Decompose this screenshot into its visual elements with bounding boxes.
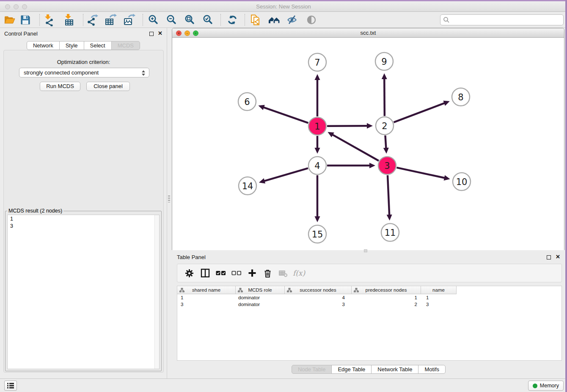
tab-style[interactable]: Style (59, 41, 84, 50)
toolbar-separator (39, 14, 40, 26)
panel-list-button[interactable] (4, 381, 17, 391)
node-8[interactable]: 8 (452, 88, 470, 106)
node-3[interactable]: 3 (378, 157, 396, 174)
node-table: shared name MCDS role successor nodes (177, 286, 562, 361)
edge-4-3[interactable] (327, 163, 375, 168)
add-icon[interactable] (244, 264, 260, 282)
delete-table-icon (275, 264, 291, 282)
edge-1-6[interactable] (258, 105, 308, 123)
column-header-successor-nodes[interactable]: successor nodes (285, 286, 352, 294)
criterion-dropdown[interactable]: strongly connected component (19, 68, 149, 77)
node-7[interactable]: 7 (308, 53, 326, 71)
refresh-icon[interactable] (225, 13, 239, 27)
copy-network-icon[interactable] (248, 13, 263, 27)
deselect-all-icon[interactable] (228, 264, 244, 282)
mcds-result-area[interactable]: 1 3 (7, 215, 160, 369)
float-panel-icon[interactable] (149, 32, 154, 36)
close-panel-icon[interactable]: ✕ (158, 30, 162, 36)
tab-network-table[interactable]: Network Table (371, 365, 418, 374)
zoom-in-icon[interactable] (146, 13, 160, 27)
node-14[interactable]: 14 (239, 177, 256, 195)
search-field[interactable] (440, 14, 564, 25)
export-network-icon[interactable] (85, 13, 99, 27)
import-table-icon[interactable] (62, 13, 77, 27)
edge-1-4[interactable] (315, 136, 320, 154)
tab-node-table[interactable]: Node Table (292, 365, 332, 374)
column-header-name[interactable]: name (421, 286, 457, 294)
table-panel-title: Table Panel (177, 254, 206, 260)
table-cell: dominator (236, 294, 285, 301)
tab-select[interactable]: Select (84, 41, 112, 50)
splitter-grip[interactable] (168, 196, 170, 202)
memory-button[interactable]: Memory (528, 381, 564, 391)
edge-4-15[interactable] (315, 175, 320, 222)
tab-motifs[interactable]: Motifs (418, 365, 446, 374)
toolbar-separator (245, 14, 245, 26)
tab-network[interactable]: Network (27, 41, 60, 50)
mcds-result-text: 1 3 (8, 215, 159, 230)
import-network-icon[interactable] (42, 13, 57, 27)
zoom-selected-icon[interactable] (201, 13, 215, 27)
zoom-fit-icon[interactable] (182, 13, 197, 27)
table-cell: dominator (236, 301, 285, 308)
column-header-mcds-role[interactable]: MCDS role (236, 286, 285, 294)
edge-3-10[interactable] (396, 168, 450, 181)
search-icon (443, 17, 450, 23)
edge-3-1[interactable] (328, 132, 379, 161)
table-cell: 3 (177, 301, 236, 308)
edge-2-9[interactable] (382, 73, 387, 116)
node-10[interactable]: 10 (453, 173, 471, 190)
select-all-icon[interactable] (213, 264, 228, 282)
table-row[interactable]: 1dominator411 (177, 294, 561, 301)
eye-slash-icon[interactable] (285, 13, 299, 27)
float-table-panel-icon[interactable] (547, 255, 551, 259)
run-mcds-button[interactable]: Run MCDS (40, 82, 80, 91)
export-image-icon[interactable] (122, 13, 136, 27)
tab-edge-table[interactable]: Edge Table (331, 365, 372, 374)
result-scrollbar[interactable] (154, 215, 159, 369)
close-panel-button[interactable]: Close panel (86, 82, 130, 91)
network-window-titlebar[interactable]: ✕ − + scc.txt (172, 28, 564, 38)
window-titlebar: Session: New Session (0, 1, 567, 12)
edge-4-14[interactable] (259, 168, 308, 183)
split-columns-icon[interactable] (197, 264, 213, 282)
homes-icon[interactable] (267, 13, 281, 27)
table-toolbar: f(x) (177, 264, 562, 282)
splitter-handle[interactable] (364, 249, 367, 252)
svg-text:4: 4 (314, 161, 320, 171)
node-11[interactable]: 11 (381, 224, 399, 241)
dropdown-arrows-icon (142, 69, 146, 77)
node-6[interactable]: 6 (238, 93, 256, 110)
edge-1-7[interactable] (315, 74, 320, 116)
save-icon[interactable] (18, 13, 33, 27)
settings-gear-icon[interactable] (182, 264, 197, 282)
eye-icon[interactable] (304, 13, 319, 27)
node-15[interactable]: 15 (308, 225, 326, 243)
network-graph: 7968124314101511 (172, 38, 564, 250)
desktop-edge-right (565, 0, 567, 392)
svg-text:15: 15 (312, 229, 323, 240)
status-bar: Memory (0, 378, 567, 392)
memory-label: Memory (540, 383, 559, 389)
open-folder-icon[interactable] (2, 13, 17, 27)
node-4[interactable]: 4 (308, 157, 326, 174)
network-canvas[interactable]: 7968124314101511 (172, 38, 564, 250)
control-panel-title: Control Panel (4, 30, 38, 37)
close-table-panel-icon[interactable]: ✕ (556, 254, 560, 260)
tab-mcds[interactable]: MCDS (111, 41, 140, 50)
column-header-shared-name[interactable]: shared name (177, 286, 236, 294)
node-2[interactable]: 2 (376, 117, 394, 135)
export-table-icon[interactable] (103, 13, 118, 27)
edge-3-11[interactable] (387, 175, 392, 221)
edge-2-3[interactable] (383, 135, 389, 154)
delete-icon[interactable] (260, 264, 275, 282)
svg-text:10: 10 (456, 177, 468, 187)
zoom-out-icon[interactable] (164, 13, 179, 27)
node-1[interactable]: 1 (308, 117, 326, 135)
edge-1-2[interactable] (327, 123, 373, 129)
search-input[interactable] (451, 17, 561, 24)
column-header-predecessor-nodes[interactable]: predecessor nodes (352, 286, 421, 294)
edge-2-8[interactable] (394, 101, 450, 122)
table-row[interactable]: 3dominator323 (177, 301, 561, 308)
node-9[interactable]: 9 (375, 52, 393, 70)
